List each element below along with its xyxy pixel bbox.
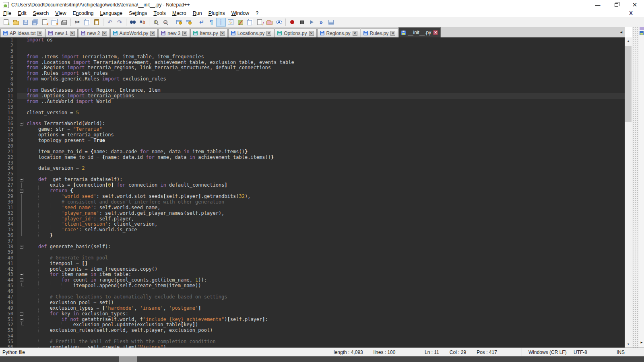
tab-close-icon[interactable]: ✕ — [182, 31, 187, 36]
scrollbar-up-arrow[interactable]: ▲ — [625, 37, 632, 44]
menu-item-file[interactable]: File — [0, 10, 14, 17]
code-text[interactable] — [26, 49, 625, 54]
close-all-icon[interactable]: x — [50, 18, 59, 27]
menu-item-settings[interactable]: Settings — [126, 10, 150, 17]
view-splitter-handle[interactable] — [632, 27, 639, 348]
menu-item-tools[interactable]: Tools — [150, 10, 169, 17]
tab-close-icon[interactable]: ✕ — [266, 31, 271, 36]
undo-icon[interactable]: ↶ — [105, 18, 115, 27]
menu-item-edit[interactable]: Edit — [14, 10, 30, 17]
code-text[interactable]: from .Options import terraria_options — [26, 93, 625, 99]
code-text[interactable]: # Prefill the Wall of Flesh with the com… — [26, 339, 625, 345]
fold-margin[interactable] — [17, 311, 26, 317]
replace-icon[interactable] — [138, 18, 147, 27]
tab-new-2[interactable]: new 2✕ — [78, 29, 110, 37]
tab-scroll-left-arrow[interactable]: ◄ — [619, 30, 623, 34]
code-text[interactable] — [26, 105, 625, 110]
tab-locations-py[interactable]: Locations.py✕ — [228, 29, 274, 37]
menu-item-run[interactable]: Run — [190, 10, 205, 17]
macro-run-multiple-icon[interactable]: » — [316, 18, 326, 27]
code-text[interactable]: for item_name in item_table: — [26, 272, 625, 278]
tab-items-py[interactable]: Items.py✕ — [190, 29, 227, 37]
status-eol-panel[interactable]: Windows (CR LF) — [522, 348, 567, 357]
tab-ap-ideas-txt[interactable]: AP Ideas.txt✕ — [0, 29, 45, 37]
code-text[interactable]: exclusion_pool = set() — [26, 300, 625, 306]
fold-margin[interactable] — [17, 244, 26, 250]
fold-collapse-icon[interactable] — [20, 273, 23, 276]
macro-record-icon[interactable] — [287, 18, 297, 27]
minimize-button[interactable]: — — [588, 0, 607, 10]
cut-icon[interactable]: ✂ — [72, 18, 82, 27]
restore-button[interactable] — [607, 0, 625, 10]
menu-item-language[interactable]: Language — [97, 10, 126, 17]
code-text[interactable] — [26, 239, 625, 244]
second-view-tab-fragment[interactable] — [640, 27, 644, 30]
show-all-characters-icon[interactable]: ¶ — [206, 18, 216, 27]
show-indent-guide-icon[interactable]: ┆ — [216, 18, 226, 27]
fold-collapse-icon[interactable] — [20, 318, 23, 321]
tab-close-icon[interactable]: ✕ — [37, 31, 42, 36]
open-file-icon[interactable] — [11, 18, 21, 27]
code-text[interactable]: from BaseClasses import Region, Entrance… — [26, 88, 625, 93]
code-text[interactable] — [26, 333, 625, 339]
code-text[interactable]: from .Locations import TerrariaAchieveme… — [26, 60, 625, 66]
sync-horizontal-scroll-icon[interactable] — [184, 18, 193, 27]
tab-rules-py[interactable]: Rules.py✕ — [361, 29, 398, 37]
code-text[interactable] — [26, 43, 625, 49]
menu-item-macro[interactable]: Macro — [169, 10, 190, 17]
code-text[interactable] — [26, 144, 625, 149]
redo-icon[interactable]: ↷ — [115, 18, 124, 27]
code-text[interactable]: for key in exclusion_types: — [26, 311, 625, 317]
tab-close-icon[interactable]: ✕ — [309, 31, 314, 36]
code-text[interactable]: item_name_to_id = {name: data.code for n… — [26, 149, 625, 155]
tab-new-3[interactable]: new 3✕ — [158, 29, 190, 37]
code-text[interactable]: itempool.append(self.create_item(item_na… — [26, 283, 625, 289]
macro-stop-icon[interactable] — [297, 18, 307, 27]
fold-collapse-icon[interactable] — [20, 178, 23, 181]
fold-margin[interactable] — [17, 272, 26, 278]
code-text[interactable]: def generate_basic(self): — [26, 244, 625, 250]
code-text[interactable]: 'seed_name': self.world.seed_name, — [26, 205, 625, 211]
code-text[interactable]: 'world_seed': self.world.slot_seeds[self… — [26, 194, 625, 200]
monitoring-eye-icon[interactable] — [274, 18, 284, 27]
menu-item-view[interactable]: View — [52, 10, 69, 17]
scrollbar-down-arrow[interactable]: ▼ — [625, 341, 632, 348]
code-text[interactable] — [26, 160, 625, 166]
tab-close-icon[interactable]: ✕ — [150, 31, 155, 36]
tab-close-icon[interactable]: ✕ — [220, 31, 225, 36]
menu-item-plugins[interactable]: Plugins — [205, 10, 228, 17]
copy-icon[interactable] — [82, 18, 92, 27]
code-text[interactable]: 'race': self.world.is_race — [26, 227, 625, 233]
code-text[interactable]: 'client_version': client_version, — [26, 222, 625, 227]
paste-icon[interactable] — [92, 18, 101, 27]
close-button[interactable]: ✕ — [625, 0, 644, 10]
find-icon[interactable] — [128, 18, 138, 27]
code-text[interactable]: exclusion_pool.update(exclusion_table[ke… — [26, 322, 625, 328]
zoom-in-icon[interactable]: + — [151, 18, 161, 27]
menu-item-search[interactable]: Search — [30, 10, 52, 17]
code-text[interactable]: return { — [26, 188, 625, 194]
tab-close-icon[interactable]: ✕ — [353, 31, 357, 36]
fold-collapse-icon[interactable] — [20, 189, 23, 193]
tab-regions-py[interactable]: Regions.py✕ — [317, 29, 360, 37]
code-text[interactable]: # Choose locations to automatically excl… — [26, 294, 625, 300]
print-icon[interactable] — [59, 18, 69, 27]
tab--init-py[interactable]: __init__.py✕ — [398, 27, 441, 37]
code-text[interactable]: from .Rules import set_rules — [26, 71, 625, 76]
code-text[interactable]: topology_present = True — [26, 138, 625, 144]
code-text[interactable]: from worlds.generic.Rules import exclusi… — [26, 76, 625, 82]
code-text[interactable]: } — [26, 233, 625, 239]
tab-options-py[interactable]: Options.py✕ — [275, 29, 316, 37]
tab-close-icon[interactable]: ✕ — [390, 31, 395, 36]
menu-close-document-button[interactable]: X — [629, 10, 633, 16]
code-text[interactable]: import os — [26, 37, 625, 43]
code-text[interactable]: exclusion_types = ['hardmode', 'insane',… — [26, 306, 625, 311]
fold-margin[interactable] — [17, 317, 26, 323]
code-text[interactable]: location_name_to_id = {name: data.id for… — [26, 155, 625, 160]
close-file-icon[interactable]: x — [40, 18, 50, 27]
code-editor[interactable]: 1import os2 3 4from .Items import Terrar… — [0, 37, 625, 348]
scrollbar-thumb[interactable] — [625, 46, 632, 122]
code-text[interactable]: exits = [connection[0] for connection in… — [26, 183, 625, 188]
code-text[interactable]: itempool = [] — [26, 261, 625, 267]
menu-item-encoding[interactable]: Encoding — [69, 10, 97, 17]
